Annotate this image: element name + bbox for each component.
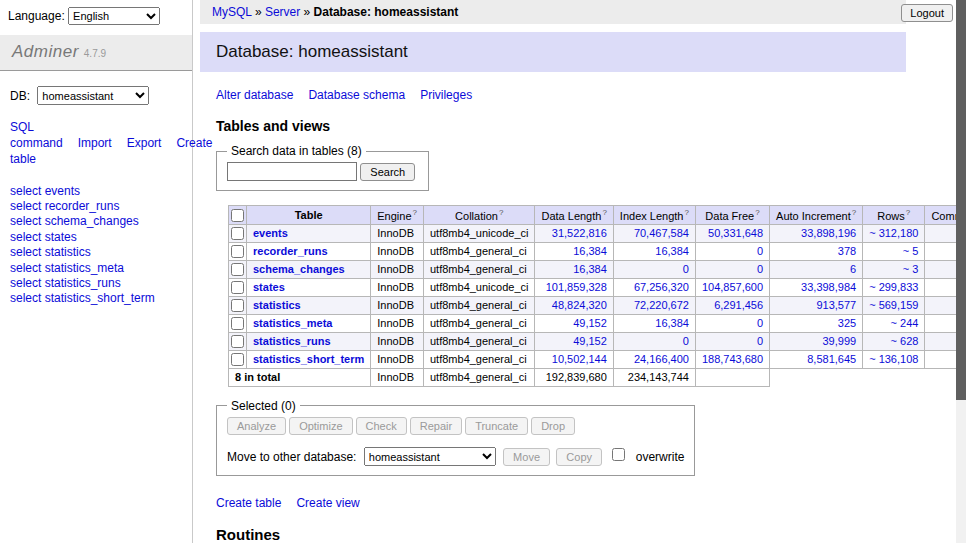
- table-link-statistics-short-term[interactable]: statistics_short_term: [253, 353, 364, 365]
- table-link-recorder-runs[interactable]: recorder_runs: [253, 245, 328, 257]
- db-select[interactable]: homeassistant: [37, 86, 149, 105]
- cell-collation: utf8mb4_general_ci: [424, 314, 535, 332]
- analyze-button[interactable]: Analyze: [227, 417, 286, 435]
- breadcrumb-item-database-homeassistant: Database: homeassistant: [314, 5, 459, 19]
- table-link-statistics-meta[interactable]: statistics_meta: [253, 317, 333, 329]
- total-engine: InnoDB: [371, 368, 424, 386]
- link-create-view[interactable]: Create view: [296, 496, 359, 510]
- search-legend: Search data in tables (8): [227, 144, 366, 158]
- truncate-button[interactable]: Truncate: [465, 417, 528, 435]
- row-checkbox[interactable]: [231, 245, 244, 258]
- breadcrumb-item-server[interactable]: Server: [265, 5, 300, 19]
- total-index-length: 234,143,744: [613, 368, 695, 386]
- cell-auto-increment: 913,577: [770, 296, 863, 314]
- sidebar-select-statistics-runs[interactable]: select statistics_runs: [10, 276, 182, 290]
- db-link-database-schema[interactable]: Database schema: [308, 88, 405, 102]
- column-label: Collation: [455, 210, 498, 222]
- row-checkbox[interactable]: [231, 281, 244, 294]
- cell-data-length: 10,502,144: [535, 350, 613, 368]
- table-row-statistics-short-term: statistics_short_termInnoDButf8mb4_gener…: [229, 350, 966, 368]
- help-icon[interactable]: ?: [906, 208, 910, 217]
- sidebar-select-recorder-runs[interactable]: select recorder_runs: [10, 199, 182, 213]
- language-select[interactable]: English: [68, 7, 160, 25]
- help-icon[interactable]: ?: [755, 208, 759, 217]
- sidebar-link-export[interactable]: Export: [127, 136, 162, 150]
- help-icon[interactable]: ?: [413, 208, 417, 217]
- cell-engine: InnoDB: [371, 296, 424, 314]
- scrollbar-thumb[interactable]: [956, 0, 966, 400]
- sidebar-select-events[interactable]: select events: [10, 184, 182, 198]
- sidebar-select-schema-changes[interactable]: select schema_changes: [10, 214, 182, 228]
- repair-button[interactable]: Repair: [410, 417, 462, 435]
- sidebar-select-states[interactable]: select states: [10, 230, 182, 244]
- help-icon[interactable]: ?: [684, 208, 688, 217]
- cell-engine: InnoDB: [371, 224, 424, 242]
- sidebar-select-statistics-meta[interactable]: select statistics_meta: [10, 261, 182, 275]
- cell-auto-increment: 39,999: [770, 332, 863, 350]
- breadcrumb-item-mysql[interactable]: MySQL: [212, 5, 252, 19]
- search-input[interactable]: [227, 162, 357, 181]
- drop-button[interactable]: Drop: [531, 417, 575, 435]
- move-label: Move to other database:: [227, 450, 356, 464]
- link-create-table[interactable]: Create table: [216, 496, 281, 510]
- table-row-statistics: statisticsInnoDButf8mb4_general_ci48,824…: [229, 296, 966, 314]
- db-link-privileges[interactable]: Privileges: [420, 88, 472, 102]
- row-checkbox[interactable]: [231, 317, 244, 330]
- move-db-select[interactable]: homeassistant: [364, 447, 496, 466]
- cell-collation: utf8mb4_general_ci: [424, 242, 535, 260]
- table-link-events[interactable]: events: [253, 227, 288, 239]
- cell-data-free: 0: [695, 260, 769, 278]
- cell-table-name: recorder_runs: [247, 242, 371, 260]
- cell-auto-increment: 378: [770, 242, 863, 260]
- row-checkbox[interactable]: [231, 353, 244, 366]
- cell-table-name: statistics_runs: [247, 332, 371, 350]
- scrollbar: [956, 0, 966, 543]
- cell-rows: ~ 244: [863, 314, 925, 332]
- row-checkbox[interactable]: [231, 227, 244, 240]
- check-button[interactable]: Check: [356, 417, 407, 435]
- cell-rows: ~ 299,833: [863, 278, 925, 296]
- sidebar-link-import[interactable]: Import: [78, 136, 112, 150]
- overwrite-label[interactable]: overwrite: [636, 450, 685, 464]
- version-label: 4.7.9: [84, 48, 106, 59]
- row-checkbox-cell: [229, 260, 247, 278]
- column-header-collation: Collation?: [424, 206, 535, 225]
- help-icon[interactable]: ?: [499, 208, 503, 217]
- table-row-schema-changes: schema_changesInnoDButf8mb4_general_ci16…: [229, 260, 966, 278]
- help-icon[interactable]: ?: [602, 208, 606, 217]
- selected-fieldset: Selected (0) AnalyzeOptimizeCheckRepairT…: [216, 399, 695, 477]
- column-label: Auto Increment: [776, 210, 851, 222]
- overwrite-checkbox[interactable]: [612, 448, 625, 461]
- row-checkbox[interactable]: [231, 263, 244, 276]
- help-icon[interactable]: ?: [852, 208, 856, 217]
- sidebar-select-statistics-short-term[interactable]: select statistics_short_term: [10, 291, 182, 305]
- move-button[interactable]: Move: [503, 448, 550, 466]
- language-label: Language:: [8, 9, 65, 23]
- total-row: 8 in totalInnoDButf8mb4_general_ci192,83…: [229, 368, 966, 386]
- cell-auto-increment: 8,581,645: [770, 350, 863, 368]
- main-content: MySQL » Server » Database: homeassistant…: [200, 0, 906, 543]
- row-checkbox[interactable]: [231, 299, 244, 312]
- routines-title: Routines: [216, 526, 906, 543]
- sidebar-select-statistics[interactable]: select statistics: [10, 245, 182, 259]
- table-link-schema-changes[interactable]: schema_changes: [253, 263, 345, 275]
- search-button[interactable]: Search: [360, 163, 415, 181]
- table-link-statistics-runs[interactable]: statistics_runs: [253, 335, 331, 347]
- sidebar-link-sql-command[interactable]: SQL command: [10, 120, 63, 150]
- cell-engine: InnoDB: [371, 332, 424, 350]
- cell-table-name: statistics_meta: [247, 314, 371, 332]
- cell-index-length: 67,256,320: [613, 278, 695, 296]
- table-link-states[interactable]: states: [253, 281, 285, 293]
- column-header-table: Table: [247, 206, 371, 225]
- table-link-statistics[interactable]: statistics: [253, 299, 301, 311]
- copy-button[interactable]: Copy: [556, 448, 602, 466]
- logout-button[interactable]: Logout: [901, 4, 953, 22]
- select-all-checkbox[interactable]: [231, 209, 244, 222]
- cell-collation: utf8mb4_general_ci: [424, 350, 535, 368]
- total-data-length: 192,839,680: [535, 368, 613, 386]
- adminer-logo[interactable]: Adminer: [12, 42, 79, 61]
- db-link-alter-database[interactable]: Alter database: [216, 88, 293, 102]
- row-checkbox[interactable]: [231, 335, 244, 348]
- optimize-button[interactable]: Optimize: [289, 417, 352, 435]
- cell-index-length: 16,384: [613, 314, 695, 332]
